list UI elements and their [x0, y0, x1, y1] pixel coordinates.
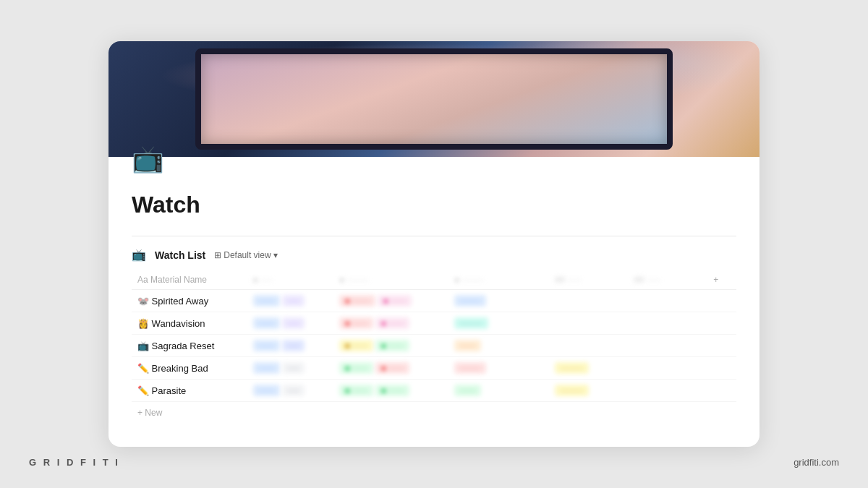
table-row[interactable]: ✏️ Breaking Bad············■ ·······■ ··…: [132, 357, 736, 380]
database-header: 📺 Watch List ⊞ Default view ▾: [132, 248, 736, 262]
row-title: ✏️ Breaking Bad: [132, 357, 247, 380]
row-plus: [707, 335, 736, 357]
row-col-4: ·······: [448, 380, 549, 402]
row-col-5: [549, 335, 629, 357]
brand-right: gridfiti.com: [793, 457, 839, 468]
watch-list-table: Aa Material Name ● ····· ● ········· ● ·…: [132, 270, 736, 402]
row-col-3: ■ ·······■ ·······: [333, 312, 448, 335]
row-col-5: [549, 290, 629, 312]
row-col-3: ■ ·······■ ·······: [333, 357, 448, 380]
row-col-6: [629, 312, 707, 335]
cover-image: [109, 41, 760, 157]
row-col-5: ··········: [549, 380, 629, 402]
row-col-4: ·········: [448, 357, 549, 380]
row-col-5: ··········: [549, 357, 629, 380]
row-col-3: ■ ·······■ ·······: [333, 380, 448, 402]
row-col-5: [549, 312, 629, 335]
row-col-6: [629, 357, 707, 380]
row-title: 📺 Sagrada Reset: [132, 335, 247, 357]
row-col-4: ··········: [448, 312, 549, 335]
table-header-row: Aa Material Name ● ····· ● ········· ● ·…: [132, 270, 736, 290]
col-header-3: ● ·········: [333, 270, 448, 290]
row-col-6: [629, 380, 707, 402]
row-title: 👸 Wandavision: [132, 312, 247, 335]
table-row[interactable]: ✏️ Parasite············■ ·······■ ······…: [132, 380, 736, 402]
row-col-2: ············: [247, 335, 333, 357]
table-row[interactable]: 👸 Wandavision············■ ·······■ ····…: [132, 312, 736, 335]
row-col-6: [629, 290, 707, 312]
col-header-6: ## ······: [629, 270, 707, 290]
page-content: Watch 📺 Watch List ⊞ Default view ▾ Aa M…: [109, 174, 760, 447]
row-col-2: ············: [247, 380, 333, 402]
row-title: 🐭 Spirited Away: [132, 290, 247, 312]
row-col-4: ·······: [448, 335, 549, 357]
row-title: ✏️ Parasite: [132, 380, 247, 402]
row-col-6: [629, 335, 707, 357]
col-header-plus[interactable]: +: [707, 270, 736, 290]
table-row[interactable]: 🐭 Spirited Away············■ ········■ ·…: [132, 290, 736, 312]
add-new-button[interactable]: + New: [132, 402, 736, 424]
row-col-2: ············: [247, 312, 333, 335]
row-col-3: ■ ·······■ ·······: [333, 335, 448, 357]
view-label: Default view: [224, 250, 271, 260]
db-title: Watch List: [155, 249, 205, 261]
col-header-2: ● ·····: [247, 270, 333, 290]
row-plus: [707, 312, 736, 335]
page-title: Watch: [132, 192, 736, 218]
row-col-2: ············: [247, 357, 333, 380]
row-plus: [707, 290, 736, 312]
col-header-4: ● ·········: [448, 270, 549, 290]
row-plus: [707, 357, 736, 380]
col-header-5: ## ······: [549, 270, 629, 290]
table-row[interactable]: 📺 Sagrada Reset············■ ·······■ ··…: [132, 335, 736, 357]
brand-left: G R I D F I T I: [29, 457, 120, 468]
view-icon: ⊞: [214, 250, 221, 260]
view-selector-button[interactable]: ⊞ Default view ▾: [214, 250, 277, 260]
chevron-down-icon: ▾: [273, 250, 278, 260]
row-col-4: ·········: [448, 290, 549, 312]
col-header-name: Aa Material Name: [132, 270, 247, 290]
row-plus: [707, 380, 736, 402]
main-card: 📺 Watch 📺 Watch List ⊞ Default view ▾ Aa…: [109, 41, 760, 447]
db-icon: 📺: [132, 248, 146, 262]
row-col-3: ■ ········■ ·······: [333, 290, 448, 312]
divider: [132, 236, 736, 236]
row-col-2: ············: [247, 290, 333, 312]
page-icon: 📺: [132, 144, 760, 174]
